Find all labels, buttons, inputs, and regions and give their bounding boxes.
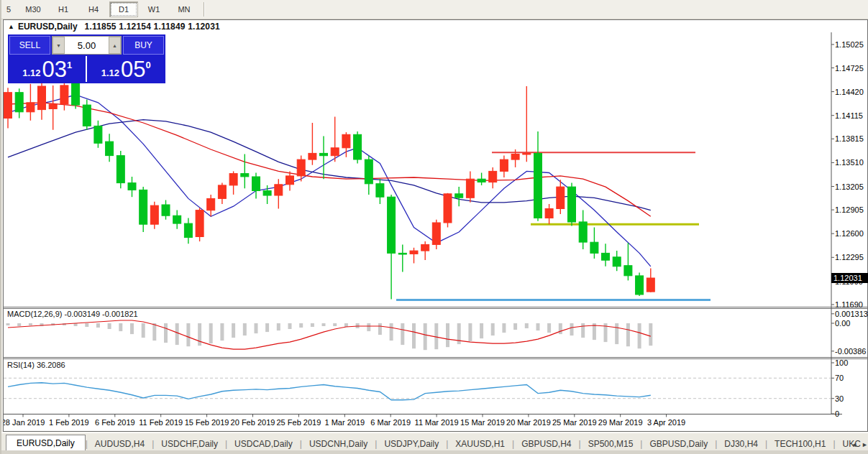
chart-tab-tech100-h1[interactable]: TECH100,H1	[767, 436, 833, 451]
chart-tab-xauusd-h1[interactable]: XAUUSD,H1	[448, 436, 512, 451]
date-axis-label: 29 Mar 2019	[598, 418, 643, 427]
candle	[150, 205, 158, 224]
candle	[27, 103, 35, 112]
candle	[534, 153, 542, 218]
candle	[106, 142, 114, 156]
macd-histogram-bar	[119, 323, 122, 331]
candle	[263, 191, 271, 196]
chart-tab-usdcad-daily[interactable]: USDCAD,Daily	[227, 436, 300, 451]
ma-red-line	[8, 103, 651, 216]
timeframe-button-mn[interactable]: MN	[170, 1, 198, 17]
price-axis-label: 1.12295	[835, 253, 864, 261]
date-axis-label: 6 Feb 2019	[95, 418, 135, 427]
candlestick-series	[4, 80, 655, 299]
price-axis-label: 1.12600	[835, 229, 864, 238]
trendlines[interactable]	[396, 152, 711, 300]
macd-histogram-bar	[559, 323, 562, 334]
bid-pipette: 1	[67, 60, 72, 70]
chart-tab-usdchf-daily[interactable]: USDCHF,Daily	[154, 436, 225, 451]
macd-histogram-bar	[108, 323, 111, 329]
bid-price-button[interactable]: 1.12 03 1	[9, 56, 87, 82]
macd-histogram-bar	[491, 323, 495, 335]
candle	[331, 148, 339, 156]
candle	[511, 154, 519, 160]
macd-histogram-bar	[142, 323, 145, 338]
candle	[354, 134, 362, 159]
price-axis-label: 1.13510	[835, 158, 864, 167]
timeframe-button-h1[interactable]: H1	[49, 1, 78, 17]
toolbar-separator	[204, 2, 205, 17]
chart-tab-usdjpy-daily[interactable]: USDJPY,Daily	[377, 436, 446, 451]
candle	[466, 179, 474, 198]
macd-histogram-bar	[85, 323, 88, 327]
chart-window[interactable]: ▲ EURUSD,Daily 1.11855 1.12154 1.11849 1…	[3, 19, 868, 432]
collapse-panel-icon[interactable]: ▲	[8, 23, 14, 30]
candle	[410, 251, 418, 254]
ma-fast-blue-line	[8, 95, 651, 267]
macd-axis-label: 0.001313	[835, 310, 868, 318]
chart-tab-usdcnh-daily[interactable]: USDCNH,Daily	[302, 436, 375, 451]
macd-histogram-bar	[265, 323, 269, 332]
price-axis-label: 1.14420	[835, 88, 864, 96]
rsi-axis-label: 0	[835, 409, 839, 418]
macd-axis-label: -0.00386	[835, 347, 866, 356]
candle	[4, 93, 12, 119]
timeframe-button-d1[interactable]: D1	[109, 1, 138, 17]
sell-button[interactable]: SELL	[9, 36, 50, 55]
macd-histogram-bar	[175, 323, 179, 345]
chart-tab-sp500-m15[interactable]: SP500,M15	[581, 436, 641, 451]
macd-histogram-bar	[390, 323, 393, 340]
macd-histogram-bar	[29, 323, 32, 325]
macd-signal-line	[8, 320, 651, 349]
candle	[241, 174, 249, 177]
candle	[252, 177, 260, 191]
candle	[320, 153, 328, 155]
macd-histogram-bar	[581, 323, 585, 338]
chart-tab-gbpusd-daily[interactable]: GBPUSD,Daily	[642, 436, 715, 451]
volume-increase-icon[interactable]: ▲	[109, 37, 121, 54]
volume-input[interactable]	[65, 37, 109, 54]
date-axis-label: 1 Feb 2019	[49, 418, 89, 427]
ask-price-button[interactable]: 1.12 05 0	[88, 56, 165, 82]
date-axis-label: 20 Feb 2019	[231, 418, 275, 427]
macd-histogram-bar	[401, 323, 404, 345]
price-axis-label: 1.14115	[835, 111, 863, 120]
bid-big-digits: 03	[42, 59, 67, 80]
macd-histogram-bar	[344, 323, 348, 327]
timeframe-button-5[interactable]: 5	[0, 1, 17, 17]
macd-histogram-bar	[311, 323, 314, 327]
chart-tab-eurusd-daily[interactable]: EURUSD,Daily	[6, 435, 86, 451]
macd-histogram-bar	[424, 323, 427, 350]
macd-histogram-bar	[130, 323, 134, 334]
candle	[500, 159, 508, 171]
chart-tab-gbpusd-h4[interactable]: GBPUSD,H4	[514, 436, 578, 451]
candle	[579, 222, 587, 242]
macd-histogram-bar	[536, 323, 540, 330]
candle	[140, 190, 147, 224]
chart-tab-dj30-h4[interactable]: DJ30,H4	[717, 436, 765, 451]
macd-histogram-bar	[220, 323, 224, 340]
buy-button[interactable]: BUY	[123, 36, 164, 55]
timeframe-button-w1[interactable]: W1	[140, 1, 168, 17]
candle	[275, 185, 283, 195]
one-click-trading-panel: SELL ▼ ▲ BUY 1.12 03 1 1.12 05 0	[8, 34, 165, 83]
tab-scroll-left-icon[interactable]: ◄	[851, 441, 857, 448]
ask-big-digits: 05	[121, 59, 145, 80]
macd-histogram-bar	[378, 323, 382, 335]
volume-decrease-icon[interactable]: ▼	[52, 37, 65, 54]
timeframe-button-h4[interactable]: H4	[79, 1, 108, 17]
date-axis-label: 11 Mar 2019	[415, 418, 459, 427]
tab-scroll-right-icon[interactable]: ►	[862, 441, 868, 448]
price-axis: 1.150251.147251.144201.141151.138151.135…	[831, 40, 868, 309]
macd-histogram-bar	[649, 323, 652, 346]
macd-histogram-bar	[547, 323, 551, 333]
candle	[432, 223, 440, 244]
candle	[38, 86, 46, 110]
macd-label: MACD(12,26,9) -0.003149 -0.001821	[7, 310, 138, 318]
timeframe-button-m30[interactable]: M30	[19, 1, 47, 17]
rsi-level-lines	[4, 378, 831, 398]
candle	[128, 183, 136, 190]
price-chart[interactable]: 1.150251.147251.144201.141151.138151.135…	[4, 32, 868, 432]
macd-histogram-bar	[164, 323, 168, 343]
chart-tab-audusd-h4[interactable]: AUDUSD,H4	[88, 436, 152, 451]
